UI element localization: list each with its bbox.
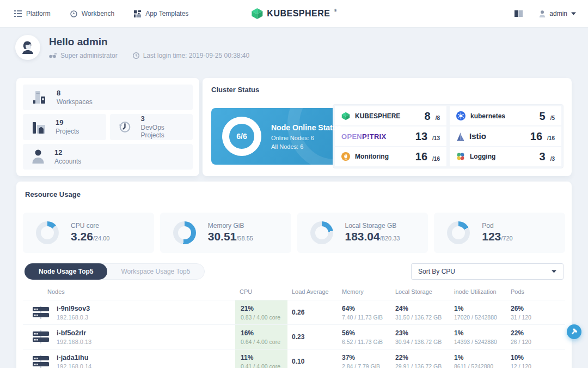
component-kubernetes-label: kubernetes: [470, 112, 505, 120]
node-name[interactable]: i-jada1ihu: [57, 354, 91, 361]
openpitrix-logo: OPENP!TRIX: [341, 131, 386, 141]
nav-platform-label: Platform: [26, 10, 51, 17]
user-role: Super administrator: [49, 52, 118, 59]
node-online-info: Node Online Status Online Nodes: 6 All N…: [271, 123, 342, 150]
storage-percent: 24%: [395, 305, 450, 312]
projects-label: Projects: [56, 128, 79, 135]
gauge-storage[interactable]: Local Storage GB 183.04/820.33: [297, 213, 428, 253]
components-grid: KUBESPHERE 8 /8 kubernetes 5 /5 OPENP!TR…: [333, 104, 564, 168]
header-cpu: CPU: [235, 288, 287, 295]
inode-percent: 1%: [454, 354, 506, 361]
pods-cell: 22% 26 / 120: [506, 329, 554, 345]
user-menu[interactable]: admin: [539, 10, 576, 17]
stat-devops-projects[interactable]: 3 DevOps Projects: [110, 114, 193, 140]
node-ip: 192.168.0.14: [57, 363, 91, 368]
clock-icon: [133, 52, 139, 59]
stat-accounts[interactable]: 12 Accounts: [23, 144, 193, 170]
memory-total: /58.55: [236, 235, 253, 242]
component-monitoring[interactable]: Monitoring 16 /16: [335, 147, 446, 166]
chevron-down-icon: [571, 12, 576, 15]
user-name-label: admin: [549, 10, 567, 17]
pod-gauge-label: Pod: [482, 222, 512, 230]
component-istio-total: /16: [547, 135, 555, 141]
monitoring-icon: [341, 152, 350, 161]
memory-percent: 37%: [342, 354, 391, 361]
component-logging-value: 3: [540, 151, 546, 162]
tab-node-usage-top5[interactable]: Node Usage Top5: [24, 263, 107, 280]
greeting-section: Hello admin Super administrator Last log…: [15, 35, 249, 60]
node-name[interactable]: i-bf5o2rlr: [57, 329, 91, 337]
cluster-status-title: Cluster Status: [211, 86, 563, 94]
workspaces-icon: [32, 91, 47, 105]
accounts-label: Accounts: [54, 158, 81, 165]
storage-detail: 31.50 / 136.72 GB: [395, 314, 450, 321]
header-local-storage: Local Storage: [391, 288, 450, 295]
storage-detail: 29.91 / 136.72 GB: [395, 363, 450, 368]
cpu-donut: [36, 221, 59, 244]
resource-usage-card: Resource Usage CPU core 3.26/24.00 Memor…: [16, 182, 572, 368]
top-nav-bar: Platform Workbench App Templates KUBESPH…: [0, 0, 588, 27]
component-kubesphere[interactable]: KUBESPHERE 8 /8: [335, 106, 446, 125]
component-kubernetes-total: /5: [550, 115, 555, 121]
storage-used: 183.04: [345, 230, 380, 243]
top-nav-left: Platform Workbench App Templates: [0, 10, 188, 17]
kubesphere-logo[interactable]: KUBESPHERE ®: [251, 8, 336, 20]
inode-percent: 1%: [454, 305, 506, 312]
devops-count: 3: [140, 114, 184, 123]
table-row[interactable]: i-bf5o2rlr 192.168.0.13 16% 0.64 / 4.00 …: [23, 324, 565, 349]
cluster-status-card: Cluster Status 6/6 Node Online Status On…: [203, 78, 572, 176]
nav-app-templates[interactable]: App Templates: [134, 10, 188, 17]
gauge-memory[interactable]: Memory GiB 30.51/58.55: [160, 213, 291, 253]
greeting-title: Hello admin: [49, 36, 249, 48]
stat-workspaces[interactable]: 8 Workspaces: [23, 85, 193, 110]
node-name[interactable]: i-9nl9sov3: [57, 305, 90, 312]
avatar[interactable]: [15, 35, 40, 60]
accounts-icon: [32, 149, 45, 164]
server-icon: [33, 330, 49, 343]
component-kubernetes[interactable]: kubernetes 5 /5: [450, 106, 561, 125]
component-logging-label: Logging: [470, 153, 495, 160]
tab-workspace-usage-top5[interactable]: Workspace Usage Top5: [107, 268, 204, 275]
component-kubernetes-value: 5: [540, 111, 546, 122]
user-icon: [539, 10, 546, 17]
cpu-total: /24.00: [93, 235, 110, 242]
component-kubesphere-total: /8: [436, 115, 440, 121]
node-ip: 192.168.0.3: [57, 314, 90, 321]
load-average-value: 0.23: [287, 333, 338, 341]
inode-cell: 1% 8611 / 5242880: [450, 354, 506, 368]
component-openpitrix[interactable]: OPENP!TRIX 13 /13: [335, 126, 446, 146]
last-login-label: Last login time: 2019-09-25 00:38:40: [143, 52, 249, 59]
gauge-cpu[interactable]: CPU core 3.26/24.00: [23, 213, 154, 253]
component-monitoring-total: /16: [432, 156, 440, 162]
component-logging[interactable]: Logging 3 /3: [450, 147, 561, 166]
workbench-icon: [70, 10, 77, 17]
memory-used: 30.51: [208, 230, 237, 243]
inode-detail: 8611 / 5242880: [454, 363, 506, 368]
nav-workbench[interactable]: Workbench: [70, 10, 114, 17]
memory-detail: 7.40 / 11.73 GiB: [342, 314, 391, 321]
component-monitoring-value: 16: [415, 151, 427, 162]
sort-by-label: Sort By CPU: [418, 268, 455, 275]
component-kubesphere-value: 8: [425, 111, 431, 122]
memory-percent: 56%: [342, 329, 391, 337]
memory-cell: 56% 6.52 / 11.73 GiB: [338, 329, 391, 345]
storage-percent: 23%: [395, 329, 450, 337]
openpitrix-logo-suffix: P!TRIX: [362, 132, 386, 141]
toolbox-button[interactable]: [567, 324, 581, 339]
cpu-cell: 21% 0.83 / 4.00 core: [235, 300, 287, 324]
table-row[interactable]: i-jada1ihu 192.168.0.14 11% 0.41 / 4.00 …: [23, 349, 565, 368]
openpitrix-logo-prefix: OPEN: [341, 132, 362, 141]
accounts-count: 12: [54, 148, 81, 156]
stat-projects[interactable]: 19 Projects: [23, 114, 106, 140]
gauge-pod[interactable]: Pod 123/720: [434, 213, 565, 253]
avatar-illustration: [20, 39, 36, 56]
nav-platform[interactable]: Platform: [14, 10, 51, 17]
all-nodes-label: All Nodes: 6: [271, 143, 342, 150]
table-row[interactable]: i-9nl9sov3 192.168.0.3 21% 0.83 / 4.00 c…: [23, 300, 565, 324]
layout-toggle-icon[interactable]: [514, 10, 523, 17]
last-login: Last login time: 2019-09-25 00:38:40: [133, 52, 249, 59]
sort-by-select[interactable]: Sort By CPU: [411, 263, 564, 280]
component-openpitrix-total: /13: [432, 135, 440, 141]
header-pods: Pods: [506, 288, 554, 295]
component-istio[interactable]: Istio 16 /16: [450, 126, 561, 146]
